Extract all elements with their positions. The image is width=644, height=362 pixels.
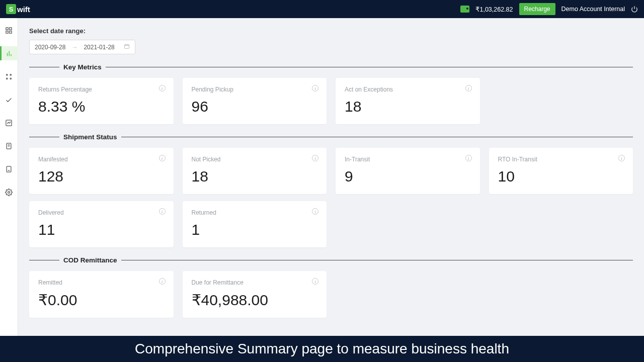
info-icon[interactable]: i (618, 155, 625, 161)
sidebar-item-apps[interactable] (0, 69, 18, 83)
svg-rect-3 (10, 31, 12, 33)
date-range-picker[interactable]: 2020-09-28 → 2021-01-28 (29, 40, 135, 54)
svg-point-10 (7, 78, 8, 79)
footer-caption: Comprehensive Summary page to measure bu… (0, 336, 644, 362)
card-act-on-exceptions[interactable]: i Act on Exceptions 18 (336, 78, 480, 124)
svg-point-9 (10, 74, 12, 75)
card-value: 18 (192, 168, 318, 185)
card-value: 1 (192, 221, 318, 238)
sidebar-item-analytics[interactable] (0, 46, 18, 60)
svg-rect-1 (6, 27, 8, 29)
section-title: Shipment Status (59, 133, 121, 141)
sidebar (0, 18, 18, 362)
sidebar-item-doc2[interactable] (0, 162, 18, 176)
card-label: Remitted (38, 279, 165, 286)
card-value: 18 (345, 98, 471, 115)
card-pending-pickup[interactable]: i Pending Pickup 96 (183, 78, 327, 124)
logo[interactable]: S wift (6, 4, 30, 14)
card-returned[interactable]: i Returned 1 (183, 201, 327, 247)
card-value: 8.33 % (38, 98, 165, 115)
sidebar-item-settings[interactable] (0, 185, 18, 199)
card-label: Pending Pickup (192, 86, 318, 93)
card-not-picked[interactable]: i Not Picked 18 (183, 148, 327, 194)
card-value: 128 (38, 168, 165, 185)
topbar: S wift ₹1,03,262.82 Recharge Demo Accoun… (0, 0, 644, 18)
card-label: Due for Remittance (192, 279, 318, 286)
card-value: 9 (345, 168, 471, 185)
info-icon[interactable]: i (312, 208, 318, 215)
card-label: Not Picked (192, 156, 318, 163)
info-icon[interactable]: i (312, 155, 318, 161)
account-label[interactable]: Demo Account Internal (561, 6, 625, 13)
date-start: 2020-09-28 (35, 44, 65, 51)
calendar-icon (124, 43, 130, 51)
section-title: Key Metrics (59, 63, 106, 71)
sidebar-item-dashboard[interactable] (0, 23, 18, 37)
card-returns-percentage[interactable]: i Returns Percentage 8.33 % (29, 78, 174, 124)
card-delivered[interactable]: i Delivered 11 (29, 201, 174, 247)
date-range-label: Select date range: (29, 27, 633, 35)
card-value: 10 (498, 168, 624, 185)
logo-text: wift (17, 5, 30, 14)
info-icon[interactable]: i (312, 278, 318, 285)
info-icon[interactable]: i (159, 208, 166, 215)
recharge-button[interactable]: Recharge (519, 3, 555, 15)
card-value: 96 (192, 98, 318, 115)
svg-point-8 (7, 74, 8, 75)
sidebar-item-doc1[interactable] (0, 139, 18, 153)
card-due-remittance[interactable]: i Due for Remittance ₹40,988.00 (183, 271, 327, 318)
info-icon[interactable]: i (465, 85, 472, 92)
wallet-icon (460, 6, 469, 13)
date-end: 2021-01-28 (84, 44, 114, 51)
logo-badge-icon: S (6, 4, 16, 14)
info-icon[interactable]: i (159, 85, 166, 92)
card-value: ₹0.00 (38, 291, 165, 309)
svg-rect-16 (7, 166, 11, 171)
section-header-cod: COD Remittance (29, 256, 633, 264)
svg-point-18 (8, 191, 10, 193)
svg-rect-2 (10, 27, 12, 29)
svg-point-11 (10, 78, 12, 79)
card-label: Returns Percentage (38, 86, 165, 93)
svg-rect-4 (6, 31, 8, 33)
svg-rect-19 (124, 45, 129, 49)
power-icon[interactable] (631, 6, 638, 13)
info-icon[interactable]: i (159, 278, 166, 285)
section-header-key-metrics: Key Metrics (29, 63, 633, 71)
arrow-right-icon: → (71, 44, 77, 51)
main-content: Select date range: 2020-09-28 → 2021-01-… (18, 18, 644, 336)
info-icon[interactable]: i (159, 155, 166, 161)
card-remitted[interactable]: i Remitted ₹0.00 (29, 271, 174, 318)
card-label: Manifested (38, 156, 165, 163)
card-manifested[interactable]: i Manifested 128 (29, 148, 174, 194)
section-header-shipment-status: Shipment Status (29, 133, 633, 141)
sidebar-item-boost[interactable] (0, 93, 18, 107)
card-label: Act on Exceptions (345, 86, 471, 93)
card-label: Returned (192, 209, 318, 216)
card-rto-in-transit[interactable]: i RTO In-Transit 10 (489, 148, 633, 194)
card-value: ₹40,988.00 (192, 291, 318, 309)
card-label: In-Transit (345, 156, 471, 163)
card-in-transit[interactable]: i In-Transit 9 (336, 148, 480, 194)
section-title: COD Remittance (59, 256, 121, 264)
sidebar-item-chart[interactable] (0, 116, 18, 130)
info-icon[interactable]: i (465, 155, 472, 161)
wallet-balance: ₹1,03,262.82 (475, 6, 513, 13)
card-label: RTO In-Transit (498, 156, 624, 163)
card-label: Delivered (38, 209, 165, 216)
info-icon[interactable]: i (312, 85, 318, 92)
card-value: 11 (38, 221, 165, 238)
